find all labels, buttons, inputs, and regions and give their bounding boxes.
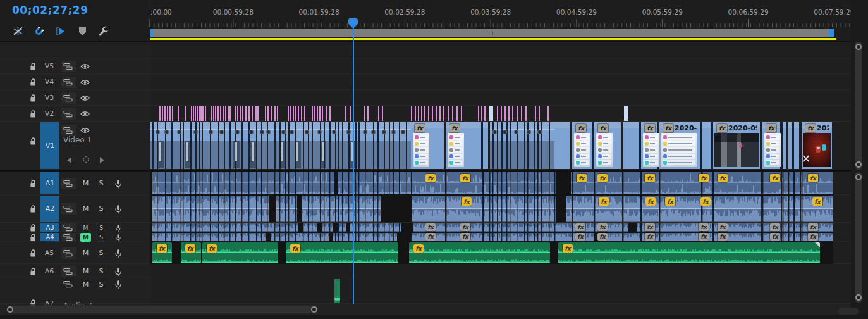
audio-clip[interactable] [152,172,334,194]
fx-badge[interactable]: fx [425,223,436,231]
sync-lock-icon[interactable] [63,127,73,134]
fx-badge[interactable]: fx [462,197,472,206]
sync-lock-icon[interactable] [63,94,73,102]
track-name-button-a3[interactable]: A3 [40,223,59,232]
mute-button[interactable]: M [80,267,91,276]
graphics-clip[interactable] [304,106,305,121]
voiceover-record-icon[interactable] [114,204,122,214]
graphics-clip[interactable] [267,106,269,121]
fx-badge[interactable]: fx [598,124,608,132]
fx-badge[interactable]: fx [645,223,655,231]
mute-button[interactable]: M [80,249,91,258]
scrollbar-zoom-handle[interactable] [7,306,13,313]
add-marker-icon[interactable] [79,27,86,35]
selected-graphics-clip[interactable] [624,106,628,121]
selected-graphics-clip[interactable] [489,106,493,121]
track-name-button-a1[interactable]: A1 [40,172,59,194]
graphics-clip[interactable] [290,106,291,121]
lock-icon[interactable] [30,224,37,232]
graphics-clip[interactable] [504,106,506,121]
fx-badge[interactable]: fx [290,244,300,253]
graphics-clip[interactable] [265,106,266,121]
audio-clip[interactable] [412,196,556,222]
graphics-clip[interactable] [382,106,383,121]
graphics-clip[interactable] [312,106,313,121]
video-clip[interactable] [794,122,800,169]
scrollbar-resize-handle[interactable] [855,294,862,301]
solo-button[interactable]: S [97,233,106,242]
graphics-clip[interactable] [456,106,458,121]
graphics-clip[interactable] [295,106,296,121]
sync-lock-icon[interactable] [63,110,73,118]
voiceover-record-icon[interactable] [114,267,122,277]
graphics-clip[interactable] [478,106,479,121]
graphics-clip[interactable] [317,106,318,121]
graphics-clip[interactable] [240,106,241,121]
fx-badge[interactable]: fx [449,124,460,132]
lock-icon[interactable] [30,63,37,71]
graphics-clip[interactable] [199,106,200,121]
graphics-clip[interactable] [191,106,192,121]
graphics-clip[interactable] [178,106,179,121]
fx-badge[interactable]: fx [665,197,675,206]
timeline-ruler[interactable]: ;00;0000;00;59;2800;01;59;2800;02;59;280… [149,0,851,28]
mute-button[interactable]: M [80,179,91,188]
graphics-clip[interactable] [223,106,224,121]
graphics-clip[interactable] [277,106,278,121]
fx-badge[interactable]: fx [812,197,822,206]
graphics-clip[interactable] [421,106,422,121]
graphics-clip[interactable] [364,106,365,121]
track-a7-lane[interactable] [149,278,851,304]
toggle-track-output-icon[interactable] [80,79,90,85]
graphics-clip[interactable] [252,106,253,121]
graphics-clip[interactable] [319,106,321,121]
graphics-clip[interactable] [293,106,294,121]
vertical-scrollbar-thumb[interactable] [855,42,862,170]
graphics-clip[interactable] [539,106,540,121]
fx-badge[interactable]: fx [460,174,470,182]
graphics-clip[interactable] [167,106,168,121]
fx-badge[interactable]: fx [207,244,217,253]
graphics-clip[interactable] [205,106,206,121]
voiceover-record-icon[interactable] [114,179,122,189]
lock-icon[interactable] [30,110,37,118]
fx-badge[interactable]: fx [597,233,608,241]
graphics-clip[interactable] [169,106,171,121]
fx-badge[interactable]: fx [808,174,818,182]
graphics-clip[interactable] [195,106,196,121]
sync-lock-icon[interactable] [63,268,73,275]
fx-badge[interactable]: fx [805,124,816,132]
audio-clip[interactable] [558,242,820,263]
audio-clip[interactable] [286,242,398,263]
scrollbar-resize-handle[interactable] [855,161,862,168]
fx-badge[interactable]: fx [597,174,608,182]
voiceover-record-icon[interactable] [115,234,121,241]
graphics-clip[interactable] [255,106,257,121]
graphics-clip[interactable] [314,106,315,121]
video-clip[interactable] [783,122,788,169]
horizontal-scrollbar-thumb[interactable] [6,306,318,313]
video-clip[interactable] [702,122,712,169]
graphics-clip[interactable] [248,106,250,121]
fx-badge[interactable]: fx [425,174,436,182]
playhead-timecode[interactable]: 00;02;27;29 [12,4,89,16]
graphics-clip[interactable] [288,106,289,121]
graphics-clip[interactable] [322,106,323,121]
track-name-label-a5[interactable]: A5 [38,248,61,258]
fx-badge[interactable]: fx [413,244,424,253]
track-name-label-v4[interactable]: V4 [38,77,61,87]
graphics-clip[interactable] [298,106,299,121]
graphics-clip[interactable] [225,106,226,121]
audio-clip[interactable] [152,233,833,241]
track-name-label-v5[interactable]: V5 [38,61,61,72]
graphics-clip[interactable] [448,106,449,121]
graphics-clip[interactable] [245,106,247,121]
fx-badge[interactable]: fx [575,233,585,241]
playhead-line[interactable] [353,19,354,304]
nest-sequences-icon[interactable] [13,26,23,37]
graphics-clip[interactable] [428,106,429,121]
graphics-clip[interactable] [424,106,425,121]
graphics-clip[interactable] [345,106,346,121]
fx-badge[interactable]: fx [718,233,728,241]
lock-icon[interactable] [30,268,37,276]
